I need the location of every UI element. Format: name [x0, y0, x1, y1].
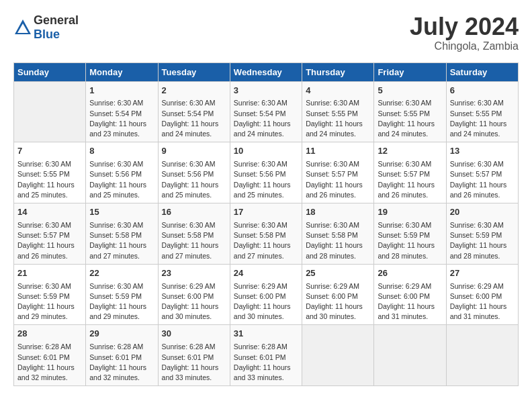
calendar-cell: 3Sunrise: 6:30 AM Sunset: 5:54 PM Daylig… [230, 81, 302, 142]
day-info: Sunrise: 6:30 AM Sunset: 5:54 PM Dayligh… [234, 98, 298, 139]
title-block: July 2024 Chingola, Zambia [410, 13, 519, 52]
day-number: 26 [378, 267, 442, 280]
day-info: Sunrise: 6:29 AM Sunset: 6:00 PM Dayligh… [306, 281, 370, 322]
day-number: 3 [234, 85, 298, 97]
day-header-saturday: Saturday [446, 62, 518, 81]
calendar-week-row: 1Sunrise: 6:30 AM Sunset: 5:54 PM Daylig… [14, 81, 519, 142]
day-number: 28 [17, 328, 82, 340]
day-number: 14 [17, 206, 82, 219]
calendar-cell: 27Sunrise: 6:29 AM Sunset: 6:00 PM Dayli… [446, 264, 518, 325]
day-number: 18 [306, 206, 370, 219]
day-number: 10 [234, 145, 298, 158]
calendar-cell: 1Sunrise: 6:30 AM Sunset: 5:54 PM Daylig… [86, 81, 158, 142]
calendar-cell: 18Sunrise: 6:30 AM Sunset: 5:58 PM Dayli… [302, 203, 374, 265]
logo: General Blue [13, 13, 79, 42]
day-number: 16 [162, 206, 226, 219]
day-number: 2 [162, 85, 226, 97]
calendar-cell: 15Sunrise: 6:30 AM Sunset: 5:58 PM Dayli… [86, 203, 158, 265]
day-number: 12 [378, 145, 442, 158]
day-info: Sunrise: 6:30 AM Sunset: 5:57 PM Dayligh… [450, 159, 515, 200]
calendar-cell [302, 325, 374, 386]
month-year-title: July 2024 [410, 13, 519, 40]
day-info: Sunrise: 6:30 AM Sunset: 5:57 PM Dayligh… [378, 159, 442, 200]
day-number: 7 [17, 145, 82, 158]
calendar-cell: 8Sunrise: 6:30 AM Sunset: 5:56 PM Daylig… [86, 142, 158, 203]
day-header-friday: Friday [374, 62, 446, 81]
day-info: Sunrise: 6:30 AM Sunset: 5:55 PM Dayligh… [306, 98, 370, 139]
day-number: 15 [89, 206, 154, 219]
calendar-week-row: 28Sunrise: 6:28 AM Sunset: 6:01 PM Dayli… [14, 325, 519, 386]
day-number: 9 [162, 145, 226, 158]
day-number: 13 [450, 145, 515, 158]
calendar-cell [446, 325, 518, 386]
day-number: 25 [306, 267, 370, 280]
day-number: 19 [378, 206, 442, 219]
day-number: 23 [162, 267, 226, 280]
day-info: Sunrise: 6:28 AM Sunset: 6:01 PM Dayligh… [89, 342, 154, 383]
calendar-cell: 6Sunrise: 6:30 AM Sunset: 5:55 PM Daylig… [446, 81, 518, 142]
day-info: Sunrise: 6:30 AM Sunset: 5:59 PM Dayligh… [89, 281, 154, 322]
location-subtitle: Chingola, Zambia [410, 40, 519, 52]
calendar-cell: 26Sunrise: 6:29 AM Sunset: 6:00 PM Dayli… [374, 264, 446, 325]
calendar-cell: 10Sunrise: 6:30 AM Sunset: 5:56 PM Dayli… [230, 142, 302, 203]
day-header-thursday: Thursday [302, 62, 374, 81]
calendar-week-row: 7Sunrise: 6:30 AM Sunset: 5:55 PM Daylig… [14, 142, 519, 203]
day-number: 31 [234, 328, 298, 340]
day-info: Sunrise: 6:30 AM Sunset: 5:58 PM Dayligh… [89, 220, 154, 261]
calendar-cell: 22Sunrise: 6:30 AM Sunset: 5:59 PM Dayli… [86, 264, 158, 325]
day-number: 22 [89, 267, 154, 280]
day-number: 6 [450, 85, 515, 97]
day-info: Sunrise: 6:30 AM Sunset: 5:54 PM Dayligh… [162, 98, 226, 139]
day-info: Sunrise: 6:30 AM Sunset: 5:59 PM Dayligh… [17, 281, 82, 322]
day-number: 4 [306, 85, 370, 97]
day-info: Sunrise: 6:29 AM Sunset: 6:00 PM Dayligh… [378, 281, 442, 322]
calendar-cell: 19Sunrise: 6:30 AM Sunset: 5:59 PM Dayli… [374, 203, 446, 265]
calendar-cell [14, 81, 86, 142]
calendar-cell: 14Sunrise: 6:30 AM Sunset: 5:57 PM Dayli… [14, 203, 86, 265]
day-number: 20 [450, 206, 515, 219]
calendar-cell: 16Sunrise: 6:30 AM Sunset: 5:58 PM Dayli… [158, 203, 230, 265]
calendar-cell: 25Sunrise: 6:29 AM Sunset: 6:00 PM Dayli… [302, 264, 374, 325]
calendar-cell: 29Sunrise: 6:28 AM Sunset: 6:01 PM Dayli… [86, 325, 158, 386]
calendar-cell: 7Sunrise: 6:30 AM Sunset: 5:55 PM Daylig… [14, 142, 86, 203]
day-header-tuesday: Tuesday [158, 62, 230, 81]
calendar-cell: 12Sunrise: 6:30 AM Sunset: 5:57 PM Dayli… [374, 142, 446, 203]
calendar-week-row: 21Sunrise: 6:30 AM Sunset: 5:59 PM Dayli… [14, 264, 519, 325]
day-number: 17 [234, 206, 298, 219]
page-header: General Blue July 2024 Chingola, Zambia [13, 13, 519, 52]
calendar-cell: 31Sunrise: 6:28 AM Sunset: 6:01 PM Dayli… [230, 325, 302, 386]
day-info: Sunrise: 6:29 AM Sunset: 6:00 PM Dayligh… [162, 281, 226, 322]
day-info: Sunrise: 6:30 AM Sunset: 5:56 PM Dayligh… [162, 159, 226, 200]
day-info: Sunrise: 6:30 AM Sunset: 5:58 PM Dayligh… [234, 220, 298, 261]
calendar-cell: 4Sunrise: 6:30 AM Sunset: 5:55 PM Daylig… [302, 81, 374, 142]
day-number: 24 [234, 267, 298, 280]
day-info: Sunrise: 6:30 AM Sunset: 5:55 PM Dayligh… [378, 98, 442, 139]
day-number: 27 [450, 267, 515, 280]
calendar-cell: 23Sunrise: 6:29 AM Sunset: 6:00 PM Dayli… [158, 264, 230, 325]
calendar-cell: 28Sunrise: 6:28 AM Sunset: 6:01 PM Dayli… [14, 325, 86, 386]
day-number: 11 [306, 145, 370, 158]
day-info: Sunrise: 6:30 AM Sunset: 5:56 PM Dayligh… [234, 159, 298, 200]
calendar-cell: 20Sunrise: 6:30 AM Sunset: 5:59 PM Dayli… [446, 203, 518, 265]
day-info: Sunrise: 6:30 AM Sunset: 5:59 PM Dayligh… [450, 220, 515, 261]
day-info: Sunrise: 6:30 AM Sunset: 5:56 PM Dayligh… [89, 159, 154, 200]
day-info: Sunrise: 6:30 AM Sunset: 5:55 PM Dayligh… [450, 98, 515, 139]
day-header-monday: Monday [86, 62, 158, 81]
calendar-cell: 13Sunrise: 6:30 AM Sunset: 5:57 PM Dayli… [446, 142, 518, 203]
day-info: Sunrise: 6:28 AM Sunset: 6:01 PM Dayligh… [162, 342, 226, 383]
calendar-table: SundayMondayTuesdayWednesdayThursdayFrid… [13, 62, 519, 387]
calendar-cell: 9Sunrise: 6:30 AM Sunset: 5:56 PM Daylig… [158, 142, 230, 203]
day-info: Sunrise: 6:30 AM Sunset: 5:58 PM Dayligh… [306, 220, 370, 261]
day-number: 5 [378, 85, 442, 97]
day-number: 1 [89, 85, 154, 97]
calendar-cell: 11Sunrise: 6:30 AM Sunset: 5:57 PM Dayli… [302, 142, 374, 203]
day-header-sunday: Sunday [14, 62, 86, 81]
calendar-cell: 2Sunrise: 6:30 AM Sunset: 5:54 PM Daylig… [158, 81, 230, 142]
day-info: Sunrise: 6:29 AM Sunset: 6:00 PM Dayligh… [450, 281, 515, 322]
day-info: Sunrise: 6:30 AM Sunset: 5:55 PM Dayligh… [17, 159, 82, 200]
day-info: Sunrise: 6:30 AM Sunset: 5:58 PM Dayligh… [162, 220, 226, 261]
calendar-cell: 21Sunrise: 6:30 AM Sunset: 5:59 PM Dayli… [14, 264, 86, 325]
logo-icon [13, 18, 32, 37]
logo-blue: Blue [34, 28, 60, 41]
day-info: Sunrise: 6:29 AM Sunset: 6:00 PM Dayligh… [234, 281, 298, 322]
